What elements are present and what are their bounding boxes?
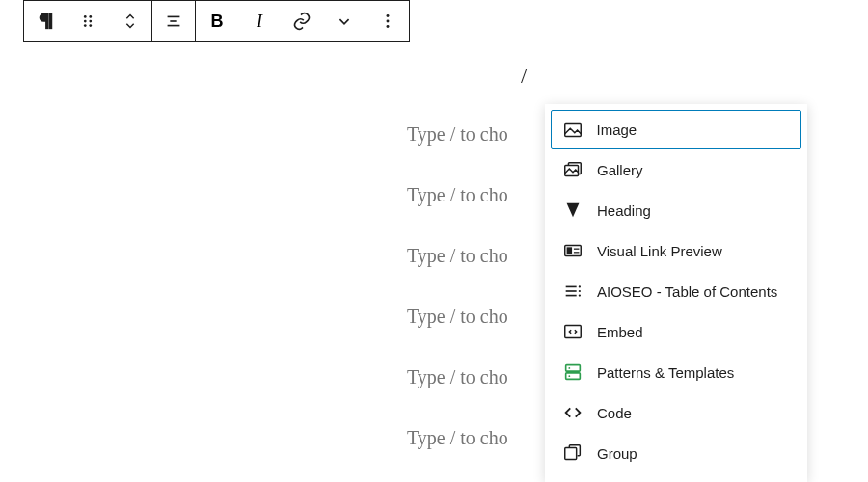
image-icon [562, 120, 583, 141]
toolbar-group-align [152, 1, 196, 41]
toolbar-group-format: B I [196, 1, 366, 41]
menu-item-label: Gallery [597, 162, 643, 178]
group-icon [562, 442, 583, 464]
svg-point-3 [89, 15, 92, 18]
menu-item-label: Patterns & Templates [597, 364, 734, 381]
link-button[interactable] [281, 1, 323, 41]
menu-item-group[interactable]: Group [551, 433, 801, 473]
menu-item-label: Visual Link Preview [597, 243, 722, 259]
toolbar-group-block [24, 1, 152, 41]
svg-point-29 [568, 367, 570, 369]
more-format-dropdown[interactable] [323, 1, 366, 41]
paragraph-placeholder[interactable]: Type / to cho [407, 427, 508, 449]
paragraph-placeholder[interactable]: Type / to cho [407, 123, 508, 146]
svg-point-12 [387, 20, 390, 23]
menu-item-label: Group [597, 445, 637, 462]
menu-item-label: Embed [597, 324, 643, 340]
menu-item-visual-link-preview[interactable]: Visual Link Preview [551, 230, 801, 271]
menu-item-label: Heading [597, 202, 651, 219]
slash-command-input[interactable]: / [521, 64, 527, 89]
options-icon[interactable] [366, 1, 409, 41]
italic-button[interactable]: I [238, 1, 281, 41]
align-icon[interactable] [152, 1, 195, 41]
svg-point-11 [387, 14, 390, 17]
svg-rect-28 [566, 373, 581, 379]
toc-icon [562, 281, 583, 302]
code-icon [562, 402, 583, 423]
svg-point-2 [84, 15, 87, 18]
menu-item-gallery[interactable]: Gallery [551, 149, 801, 190]
menu-item-aioseo-toc[interactable]: AIOSEO - Table of Contents [551, 271, 801, 311]
patterns-icon [562, 362, 583, 383]
svg-rect-26 [565, 326, 582, 338]
menu-item-heading[interactable]: Heading [551, 190, 801, 230]
bold-button[interactable]: B [196, 1, 238, 41]
svg-point-23 [579, 285, 581, 287]
menu-item-label: AIOSEO - Table of Contents [597, 283, 777, 300]
svg-rect-27 [566, 365, 581, 371]
empty-paragraph-list: Type / to cho Type / to cho Type / to ch… [407, 123, 508, 449]
svg-point-4 [84, 20, 87, 23]
svg-rect-1 [50, 14, 52, 29]
menu-item-label: Code [597, 405, 632, 421]
svg-point-24 [579, 290, 581, 292]
heading-icon [562, 200, 583, 221]
menu-item-patterns[interactable]: Patterns & Templates [551, 352, 801, 392]
gallery-icon [562, 159, 583, 180]
svg-point-13 [387, 25, 390, 28]
svg-rect-17 [567, 247, 573, 254]
svg-point-30 [568, 375, 570, 377]
menu-item-label: Image [597, 121, 637, 138]
drag-handle-icon[interactable] [67, 1, 109, 41]
svg-rect-31 [565, 448, 577, 460]
menu-item-code[interactable]: Code [551, 392, 801, 433]
paragraph-placeholder[interactable]: Type / to cho [407, 184, 508, 206]
paragraph-placeholder[interactable]: Type / to cho [407, 366, 508, 388]
block-inserter-menu: Image Gallery Heading Visual Link Previe… [545, 104, 807, 482]
embed-icon [562, 321, 583, 342]
svg-point-6 [84, 24, 87, 27]
svg-point-7 [89, 24, 92, 27]
menu-item-image[interactable]: Image [551, 110, 801, 149]
svg-point-25 [579, 294, 581, 296]
svg-point-5 [89, 20, 92, 23]
menu-item-embed[interactable]: Embed [551, 311, 801, 352]
paragraph-block-icon[interactable] [24, 1, 67, 41]
move-updown-icon[interactable] [109, 1, 151, 41]
paragraph-placeholder[interactable]: Type / to cho [407, 245, 508, 267]
toolbar-group-more [366, 1, 409, 41]
block-toolbar: B I [23, 0, 410, 42]
visual-link-preview-icon [562, 240, 583, 261]
paragraph-placeholder[interactable]: Type / to cho [407, 306, 508, 328]
